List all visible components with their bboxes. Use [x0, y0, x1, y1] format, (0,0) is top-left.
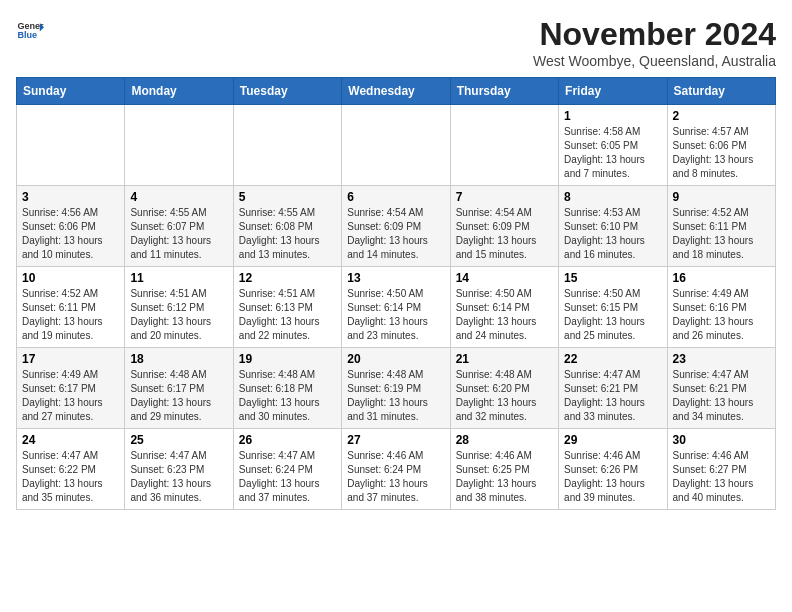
- calendar-cell: 7Sunrise: 4:54 AMSunset: 6:09 PMDaylight…: [450, 186, 558, 267]
- day-detail: Sunrise: 4:50 AMSunset: 6:14 PMDaylight:…: [456, 287, 553, 343]
- day-detail: Sunrise: 4:48 AMSunset: 6:19 PMDaylight:…: [347, 368, 444, 424]
- day-number: 13: [347, 271, 444, 285]
- day-detail: Sunrise: 4:46 AMSunset: 6:24 PMDaylight:…: [347, 449, 444, 505]
- day-detail: Sunrise: 4:46 AMSunset: 6:25 PMDaylight:…: [456, 449, 553, 505]
- calendar-cell: 14Sunrise: 4:50 AMSunset: 6:14 PMDayligh…: [450, 267, 558, 348]
- day-number: 18: [130, 352, 227, 366]
- calendar-cell: 20Sunrise: 4:48 AMSunset: 6:19 PMDayligh…: [342, 348, 450, 429]
- day-number: 30: [673, 433, 770, 447]
- day-detail: Sunrise: 4:46 AMSunset: 6:26 PMDaylight:…: [564, 449, 661, 505]
- col-header-thursday: Thursday: [450, 78, 558, 105]
- calendar-cell: [342, 105, 450, 186]
- calendar-cell: [233, 105, 341, 186]
- day-detail: Sunrise: 4:48 AMSunset: 6:18 PMDaylight:…: [239, 368, 336, 424]
- day-detail: Sunrise: 4:50 AMSunset: 6:15 PMDaylight:…: [564, 287, 661, 343]
- day-detail: Sunrise: 4:49 AMSunset: 6:17 PMDaylight:…: [22, 368, 119, 424]
- day-detail: Sunrise: 4:52 AMSunset: 6:11 PMDaylight:…: [22, 287, 119, 343]
- calendar-cell: 12Sunrise: 4:51 AMSunset: 6:13 PMDayligh…: [233, 267, 341, 348]
- calendar-cell: 27Sunrise: 4:46 AMSunset: 6:24 PMDayligh…: [342, 429, 450, 510]
- calendar-cell: 16Sunrise: 4:49 AMSunset: 6:16 PMDayligh…: [667, 267, 775, 348]
- day-detail: Sunrise: 4:55 AMSunset: 6:07 PMDaylight:…: [130, 206, 227, 262]
- calendar-cell: 4Sunrise: 4:55 AMSunset: 6:07 PMDaylight…: [125, 186, 233, 267]
- day-detail: Sunrise: 4:48 AMSunset: 6:20 PMDaylight:…: [456, 368, 553, 424]
- day-number: 20: [347, 352, 444, 366]
- calendar-cell: 21Sunrise: 4:48 AMSunset: 6:20 PMDayligh…: [450, 348, 558, 429]
- day-number: 3: [22, 190, 119, 204]
- day-number: 19: [239, 352, 336, 366]
- day-detail: Sunrise: 4:47 AMSunset: 6:21 PMDaylight:…: [673, 368, 770, 424]
- day-number: 7: [456, 190, 553, 204]
- header: General Blue November 2024 West Woombye,…: [16, 16, 776, 69]
- day-detail: Sunrise: 4:46 AMSunset: 6:27 PMDaylight:…: [673, 449, 770, 505]
- calendar-cell: [450, 105, 558, 186]
- week-row-1: 1Sunrise: 4:58 AMSunset: 6:05 PMDaylight…: [17, 105, 776, 186]
- day-detail: Sunrise: 4:47 AMSunset: 6:22 PMDaylight:…: [22, 449, 119, 505]
- logo-icon: General Blue: [16, 16, 44, 44]
- day-number: 24: [22, 433, 119, 447]
- calendar-table: SundayMondayTuesdayWednesdayThursdayFrid…: [16, 77, 776, 510]
- day-detail: Sunrise: 4:48 AMSunset: 6:17 PMDaylight:…: [130, 368, 227, 424]
- day-number: 5: [239, 190, 336, 204]
- day-number: 17: [22, 352, 119, 366]
- logo: General Blue: [16, 16, 44, 44]
- calendar-cell: 15Sunrise: 4:50 AMSunset: 6:15 PMDayligh…: [559, 267, 667, 348]
- col-header-tuesday: Tuesday: [233, 78, 341, 105]
- calendar-cell: 11Sunrise: 4:51 AMSunset: 6:12 PMDayligh…: [125, 267, 233, 348]
- day-number: 26: [239, 433, 336, 447]
- calendar-cell: 29Sunrise: 4:46 AMSunset: 6:26 PMDayligh…: [559, 429, 667, 510]
- day-detail: Sunrise: 4:52 AMSunset: 6:11 PMDaylight:…: [673, 206, 770, 262]
- col-header-friday: Friday: [559, 78, 667, 105]
- day-detail: Sunrise: 4:47 AMSunset: 6:24 PMDaylight:…: [239, 449, 336, 505]
- calendar-cell: 5Sunrise: 4:55 AMSunset: 6:08 PMDaylight…: [233, 186, 341, 267]
- calendar-cell: 3Sunrise: 4:56 AMSunset: 6:06 PMDaylight…: [17, 186, 125, 267]
- calendar-cell: 13Sunrise: 4:50 AMSunset: 6:14 PMDayligh…: [342, 267, 450, 348]
- calendar-cell: 22Sunrise: 4:47 AMSunset: 6:21 PMDayligh…: [559, 348, 667, 429]
- col-header-saturday: Saturday: [667, 78, 775, 105]
- day-detail: Sunrise: 4:51 AMSunset: 6:12 PMDaylight:…: [130, 287, 227, 343]
- day-number: 27: [347, 433, 444, 447]
- day-number: 1: [564, 109, 661, 123]
- calendar-cell: 10Sunrise: 4:52 AMSunset: 6:11 PMDayligh…: [17, 267, 125, 348]
- calendar-cell: 26Sunrise: 4:47 AMSunset: 6:24 PMDayligh…: [233, 429, 341, 510]
- day-detail: Sunrise: 4:57 AMSunset: 6:06 PMDaylight:…: [673, 125, 770, 181]
- days-header-row: SundayMondayTuesdayWednesdayThursdayFrid…: [17, 78, 776, 105]
- day-number: 4: [130, 190, 227, 204]
- calendar-cell: 2Sunrise: 4:57 AMSunset: 6:06 PMDaylight…: [667, 105, 775, 186]
- week-row-4: 17Sunrise: 4:49 AMSunset: 6:17 PMDayligh…: [17, 348, 776, 429]
- title-area: November 2024 West Woombye, Queensland, …: [533, 16, 776, 69]
- day-number: 14: [456, 271, 553, 285]
- week-row-2: 3Sunrise: 4:56 AMSunset: 6:06 PMDaylight…: [17, 186, 776, 267]
- day-number: 8: [564, 190, 661, 204]
- day-number: 2: [673, 109, 770, 123]
- week-row-5: 24Sunrise: 4:47 AMSunset: 6:22 PMDayligh…: [17, 429, 776, 510]
- day-detail: Sunrise: 4:49 AMSunset: 6:16 PMDaylight:…: [673, 287, 770, 343]
- day-number: 15: [564, 271, 661, 285]
- calendar-cell: 25Sunrise: 4:47 AMSunset: 6:23 PMDayligh…: [125, 429, 233, 510]
- svg-text:Blue: Blue: [17, 30, 37, 40]
- location-subtitle: West Woombye, Queensland, Australia: [533, 53, 776, 69]
- calendar-cell: [17, 105, 125, 186]
- day-detail: Sunrise: 4:55 AMSunset: 6:08 PMDaylight:…: [239, 206, 336, 262]
- calendar-cell: 9Sunrise: 4:52 AMSunset: 6:11 PMDaylight…: [667, 186, 775, 267]
- calendar-cell: [125, 105, 233, 186]
- calendar-cell: 19Sunrise: 4:48 AMSunset: 6:18 PMDayligh…: [233, 348, 341, 429]
- calendar-cell: 1Sunrise: 4:58 AMSunset: 6:05 PMDaylight…: [559, 105, 667, 186]
- day-number: 25: [130, 433, 227, 447]
- day-number: 21: [456, 352, 553, 366]
- day-number: 12: [239, 271, 336, 285]
- week-row-3: 10Sunrise: 4:52 AMSunset: 6:11 PMDayligh…: [17, 267, 776, 348]
- calendar-cell: 17Sunrise: 4:49 AMSunset: 6:17 PMDayligh…: [17, 348, 125, 429]
- day-number: 23: [673, 352, 770, 366]
- calendar-cell: 30Sunrise: 4:46 AMSunset: 6:27 PMDayligh…: [667, 429, 775, 510]
- day-number: 11: [130, 271, 227, 285]
- day-detail: Sunrise: 4:53 AMSunset: 6:10 PMDaylight:…: [564, 206, 661, 262]
- day-number: 16: [673, 271, 770, 285]
- day-number: 10: [22, 271, 119, 285]
- day-detail: Sunrise: 4:54 AMSunset: 6:09 PMDaylight:…: [347, 206, 444, 262]
- calendar-cell: 24Sunrise: 4:47 AMSunset: 6:22 PMDayligh…: [17, 429, 125, 510]
- col-header-monday: Monday: [125, 78, 233, 105]
- day-number: 28: [456, 433, 553, 447]
- calendar-cell: 18Sunrise: 4:48 AMSunset: 6:17 PMDayligh…: [125, 348, 233, 429]
- calendar-cell: 28Sunrise: 4:46 AMSunset: 6:25 PMDayligh…: [450, 429, 558, 510]
- day-number: 29: [564, 433, 661, 447]
